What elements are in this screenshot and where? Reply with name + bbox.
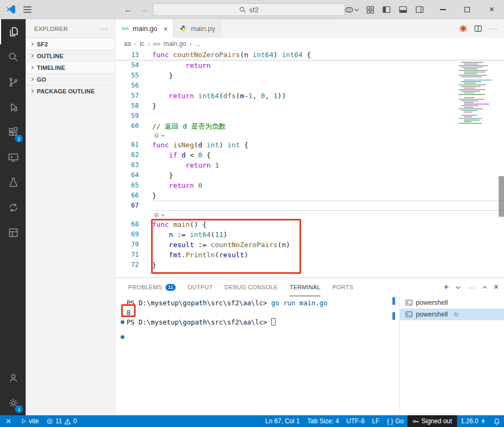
code-line-69[interactable]: 69 n := int64(11): [115, 230, 504, 240]
chevron-right-icon: [30, 89, 34, 93]
notifications-bell-icon[interactable]: [490, 415, 504, 427]
terminal-tab-powershell-lc[interactable]: powershell lc: [400, 309, 504, 320]
activity-search[interactable]: [0, 44, 26, 69]
codelens-row[interactable]: [115, 211, 504, 219]
minimap-line: [461, 67, 483, 68]
remote-indicator[interactable]: [0, 415, 17, 427]
command-center-search[interactable]: sf2: [153, 3, 345, 16]
sticky-scroll-line[interactable]: 13 func countNoZeroPairs(n int64) int64 …: [115, 50, 504, 60]
tab-main-py[interactable]: main.py: [174, 19, 221, 38]
minimize-button[interactable]: [430, 0, 455, 19]
activity-remote-window-view[interactable]: [0, 220, 26, 245]
code-line-68[interactable]: 68func main() {: [115, 219, 504, 230]
command-decoration-dot[interactable]: [121, 320, 124, 324]
code-line-66[interactable]: 66}: [115, 191, 504, 201]
code-line-67[interactable]: 67: [115, 201, 504, 211]
editor-more-actions-icon[interactable]: ···: [489, 25, 498, 33]
code-line-71[interactable]: 71 fmt.Println(result): [115, 250, 504, 260]
code-line-63[interactable]: 63 return 1: [115, 160, 504, 170]
code-line-61[interactable]: 61func isNeg(d int) int {: [115, 140, 504, 150]
task-vite[interactable]: vite: [17, 415, 43, 427]
minimap-line: [459, 70, 487, 71]
panel-more-actions-icon[interactable]: ···: [467, 283, 476, 291]
encoding[interactable]: UTF-8: [343, 415, 368, 427]
breadcrumb-item[interactable]: main.go: [163, 40, 186, 48]
eol-sequence[interactable]: LF: [368, 415, 383, 427]
command-decoration-dot[interactable]: [121, 335, 124, 339]
code-line-56[interactable]: 56: [115, 81, 504, 91]
copilot-icon[interactable]: [345, 6, 358, 13]
terminal-tab-powershell[interactable]: powershell: [400, 297, 504, 309]
activity-testing[interactable]: [0, 170, 26, 195]
maximize-panel-icon[interactable]: [482, 286, 486, 290]
minimap-line: [464, 116, 472, 117]
breadcrumb-item[interactable]: aa: [124, 40, 131, 48]
code-line-62[interactable]: 62 if d < 0 {: [115, 150, 504, 160]
panel-tab-terminal[interactable]: TERMINAL: [289, 278, 320, 296]
terminal-output[interactable]: PS D:\mysetup\gopath\src\sf2\aa\lc> go r…: [115, 296, 399, 415]
activity-remote-explorer[interactable]: [0, 145, 26, 170]
code-line-58[interactable]: 58}: [115, 101, 504, 111]
maximize-button[interactable]: [455, 0, 479, 19]
code-line-64[interactable]: 64 }: [115, 170, 504, 180]
code-line-65[interactable]: 65 return 0: [115, 180, 504, 191]
forward-icon[interactable]: →: [138, 4, 151, 15]
code-line-72[interactable]: 72}: [115, 260, 504, 270]
tab-main-go[interactable]: GO main.go ×: [115, 19, 174, 38]
explorer-more-actions-icon[interactable]: ···: [100, 25, 108, 33]
code-line-54[interactable]: 54 return: [115, 60, 504, 70]
language-mode[interactable]: { }Go: [383, 415, 407, 427]
sidebar-section-outline[interactable]: OUTLINE: [26, 50, 115, 61]
activity-settings[interactable]: 1: [0, 390, 26, 415]
sidebar-section-go[interactable]: GO: [26, 73, 115, 85]
cursor-position[interactable]: Ln 67, Col 1: [262, 415, 304, 427]
account-signed-out[interactable]: Signed out: [407, 415, 456, 427]
breadcrumb-item[interactable]: lc: [140, 40, 145, 48]
minimap-line: [464, 92, 475, 93]
close-tab-icon[interactable]: ×: [163, 24, 168, 33]
minimap[interactable]: [457, 50, 499, 278]
code-line-60[interactable]: 60// 返回 d 是否为负数: [115, 121, 504, 131]
activity-account[interactable]: [0, 365, 26, 390]
activity-explorer[interactable]: [0, 19, 26, 44]
sidebar-section-timeline[interactable]: TIMELINE: [26, 61, 115, 73]
back-icon[interactable]: ←: [122, 4, 135, 15]
minimap-line: [464, 68, 477, 69]
breadcrumb-item[interactable]: ...: [195, 40, 200, 48]
split-editor-icon[interactable]: [474, 25, 482, 32]
activity-extensions[interactable]: 2: [0, 120, 26, 145]
toggle-primary-sidebar-icon[interactable]: [382, 6, 391, 13]
code-line-70[interactable]: 70 result := countNoZeroPairs(n): [115, 240, 504, 250]
indentation[interactable]: Tab Size: 4: [303, 415, 342, 427]
customize-layout-icon[interactable]: [366, 6, 374, 14]
terminal-profile-dropdown-icon[interactable]: [455, 284, 460, 288]
activity-run-debug[interactable]: [0, 94, 26, 120]
minimap-line: [464, 83, 476, 84]
new-terminal-icon[interactable]: +: [444, 282, 449, 292]
activity-source-control[interactable]: [0, 69, 26, 94]
code-line-59[interactable]: 59: [115, 111, 504, 121]
close-panel-icon[interactable]: ×: [494, 282, 499, 292]
run-extension-icon[interactable]: [459, 25, 467, 33]
toggle-secondary-sidebar-icon[interactable]: [415, 6, 424, 13]
code-line-57[interactable]: 57 return int64(dfs(m-1, 0, 1)): [115, 91, 504, 101]
panel-tab-problems[interactable]: PROBLEMS11: [128, 278, 176, 296]
editor-scrollbar-thumb[interactable]: [499, 176, 504, 217]
code-editor[interactable]: 13 func countNoZeroPairs(n int64) int64 …: [115, 50, 504, 278]
line-number: 55: [115, 70, 152, 81]
sidebar-section-package-outline[interactable]: PACKAGE OUTLINE: [26, 85, 115, 97]
sidebar-section-sf2[interactable]: SF2: [26, 38, 115, 50]
breadcrumb-separator: ›: [147, 40, 149, 48]
codelens-row[interactable]: [115, 131, 504, 140]
extension-version[interactable]: 1.26.0: [457, 415, 490, 427]
menu-icon[interactable]: [23, 6, 32, 13]
activity-sync-view[interactable]: [0, 195, 26, 220]
close-button[interactable]: ×: [479, 0, 504, 19]
toggle-panel-icon[interactable]: [399, 6, 407, 13]
panel-tab-debug-console[interactable]: DEBUG CONSOLE: [225, 278, 278, 296]
panel-tab-output[interactable]: OUTPUT: [187, 278, 212, 296]
search-text: sf2: [249, 6, 258, 14]
panel-tab-ports[interactable]: PORTS: [332, 278, 353, 296]
code-line-55[interactable]: 55 }: [115, 70, 504, 81]
problems-status[interactable]: 11 0: [43, 415, 81, 427]
